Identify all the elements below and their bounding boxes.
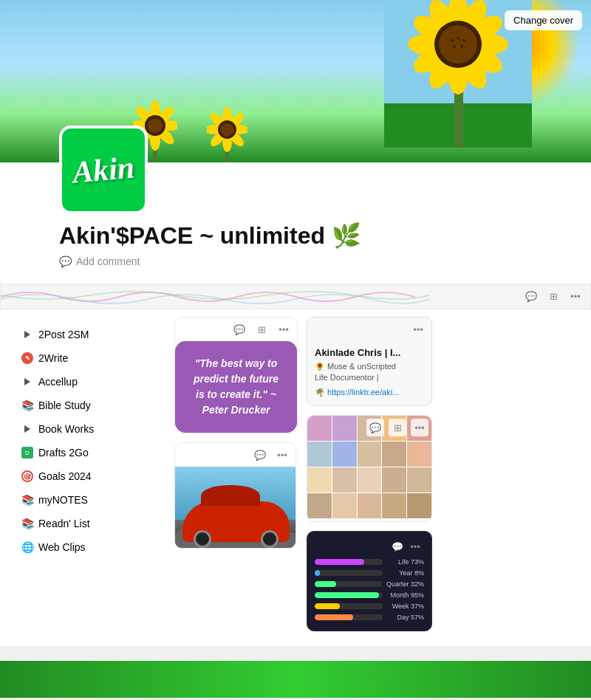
comment-icon: 💬 — [59, 255, 72, 267]
profile-card-header: ••• — [307, 318, 431, 341]
quote-text: "The best way to predict the future is t… — [188, 356, 284, 418]
left-cards-column: 💬 ⊞ ••• "The best way to predict the fut… — [174, 317, 298, 631]
add-comment-button[interactable]: 💬 Add comment — [59, 255, 532, 267]
svg-point-44 — [221, 123, 234, 137]
sidebar-item-label: myNOTES — [38, 494, 140, 506]
sidebar-item-label: Bible Study — [38, 399, 157, 411]
svg-point-21 — [460, 45, 463, 48]
svg-point-18 — [457, 37, 460, 40]
svg-point-20 — [453, 45, 456, 48]
triangle-icon — [21, 422, 34, 436]
stat-row: Quarter 32% — [315, 580, 424, 588]
sidebar-item-label: 2Post 2SM — [38, 329, 157, 340]
quote-card-header: 💬 ⊞ ••• — [175, 318, 297, 341]
view-icon[interactable]: ⊞ — [253, 320, 270, 338]
profile-link[interactable]: 🌴 https://linktr.ee/aki... — [315, 387, 424, 398]
sidebar: 2Post 2SM ✎ 2Write ••• Accellup 📚 Bible … — [15, 317, 163, 631]
stat-label: Week 37% — [387, 603, 424, 610]
profile-section: Akin Akin'$PACE ~ unlimited 🌿 💬 Add comm… — [0, 162, 591, 284]
stats-card-header: 💬 ••• — [315, 538, 424, 558]
porsche-car — [182, 501, 290, 542]
sidebar-item-label: 2Write — [38, 352, 140, 364]
change-cover-button[interactable]: Change cover — [505, 10, 582, 30]
sidebar-item-label: Accellup — [38, 376, 157, 388]
profile-card: ••• Akinlade Chris | I... 🌻 Muse & unScr… — [307, 317, 432, 406]
stat-label: Month 95% — [387, 591, 424, 599]
chat-icon[interactable]: 💬 — [230, 320, 248, 338]
stats-card: 💬 ••• Life 73% Year 8% Quarter 32% Month — [307, 531, 432, 631]
bible-icon: 📚 — [21, 399, 34, 412]
quote-content: "The best way to predict the future is t… — [175, 341, 297, 433]
grid-icon[interactable]: ⊞ — [544, 288, 562, 306]
porsche-body — [182, 501, 290, 542]
stat-row: Day 57% — [315, 614, 424, 621]
more-icon[interactable]: ••• — [567, 288, 584, 306]
car-wheel-right — [261, 530, 279, 548]
stat-bar-container — [315, 559, 383, 565]
profile-name: Akinlade Chris | I... — [315, 347, 424, 358]
sidebar-item-readn-list[interactable]: 📚 Readn' List ••• — [15, 512, 163, 535]
wave-bar: 💬 ⊞ ••• — [0, 284, 591, 309]
stat-bar — [315, 559, 364, 565]
stat-bar — [315, 570, 320, 576]
chat-icon[interactable]: 💬 — [251, 446, 269, 464]
svg-point-16 — [439, 25, 477, 64]
car-image — [175, 467, 296, 548]
car-card-header: 💬 ••• — [175, 443, 296, 467]
profile-card-content: Akinlade Chris | I... 🌻 Muse & unScripte… — [307, 341, 431, 405]
readn-icon: 📚 — [21, 517, 34, 530]
avatar: Akin — [59, 126, 148, 214]
sidebar-item-accellup[interactable]: Accellup — [15, 370, 163, 394]
more-icon[interactable]: ••• — [409, 320, 427, 338]
stat-label: Day 57% — [387, 614, 424, 621]
sidebar-item-book-works[interactable]: Book Works — [15, 417, 163, 441]
wave-bar-controls: 💬 ⊞ ••• — [522, 288, 584, 306]
page-title: Akin'$PACE ~ unlimited 🌿 — [59, 222, 532, 250]
stat-row: Month 95% — [315, 591, 424, 599]
triangle-icon — [21, 328, 34, 341]
chat-icon[interactable]: 💬 — [366, 419, 384, 436]
more-icon[interactable]: ••• — [406, 538, 424, 555]
stat-bar-container — [315, 581, 382, 587]
profile-bio: 🌻 Muse & unScripted Life Documentor | 🌴 … — [315, 361, 424, 398]
mosaic-photo-card: 💬 ⊞ ••• — [307, 415, 432, 522]
footer-bar — [0, 661, 591, 698]
webclips-icon: 🌐 — [21, 541, 34, 554]
svg-point-33 — [148, 118, 163, 133]
stat-label: Year 8% — [387, 569, 424, 577]
sidebar-item-label: Drafts 2Go — [38, 447, 140, 459]
stat-bar — [315, 581, 336, 587]
sidebar-item-mynotes[interactable]: 📚 myNOTES ••• — [15, 488, 163, 512]
stat-bar-container — [315, 592, 383, 598]
wave-decoration — [1, 284, 429, 309]
stat-label: Life 73% — [387, 558, 424, 566]
sidebar-item-label: Readn' List — [38, 518, 140, 529]
sidebar-item-bible-study[interactable]: 📚 Bible Study — [15, 394, 163, 417]
sidebar-item-label: Web Clips — [38, 541, 140, 553]
chat-icon[interactable]: 💬 — [389, 538, 406, 555]
sidebar-item-label: Goals 2024 — [38, 470, 140, 482]
car-roof — [201, 485, 260, 506]
stat-row: Week 37% — [315, 603, 424, 610]
sidebar-item-2post2sm[interactable]: 2Post 2SM — [15, 323, 163, 346]
more-icon[interactable]: ••• — [273, 446, 291, 464]
stat-bar — [315, 592, 379, 598]
2write-icon: ✎ — [21, 351, 34, 365]
more-icon[interactable]: ••• — [275, 320, 293, 338]
quote-card: 💬 ⊞ ••• "The best way to predict the fut… — [174, 317, 298, 433]
stat-bar — [315, 603, 340, 609]
sidebar-item-goals-2024[interactable]: 🎯 Goals 2024 ••• — [15, 464, 163, 488]
sidebar-item-drafts-2go[interactable]: D Drafts 2Go ••• — [15, 441, 163, 464]
car-card: 💬 ••• — [174, 442, 296, 549]
more-icon[interactable]: ••• — [411, 419, 428, 436]
stat-bar-container — [315, 614, 383, 620]
stat-bar-container — [315, 603, 383, 609]
view-icon[interactable]: ⊞ — [389, 419, 406, 436]
stat-bar-container — [315, 570, 383, 576]
sidebar-item-2write[interactable]: ✎ 2Write ••• — [15, 346, 163, 370]
drafts-icon: D — [21, 446, 34, 459]
stat-label: Quarter 32% — [386, 580, 424, 588]
stats-rows: Life 73% Year 8% Quarter 32% Month 95% W… — [315, 558, 424, 621]
sidebar-item-web-clips[interactable]: 🌐 Web Clips ••• — [15, 535, 163, 559]
chat-icon[interactable]: 💬 — [522, 288, 540, 306]
